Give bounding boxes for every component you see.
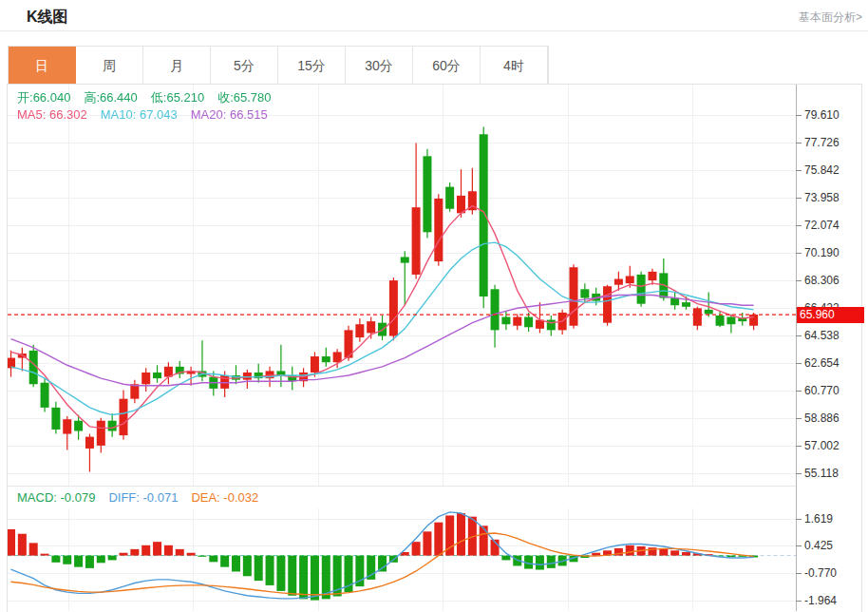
axis-tick-label: 62.654 [804,355,840,371]
ma10-label: MA10: [101,107,137,122]
axis-tick [796,170,802,171]
ma5-label: MA5: [17,107,46,122]
high-value: 66.440 [100,90,138,105]
y-axis-line [796,85,797,611]
tab-30分[interactable]: 30分 [346,47,413,85]
tab-周[interactable]: 周 [76,47,143,85]
axis-tick-label: 72.074 [804,218,840,233]
axis-tick-label: 64.538 [804,328,840,343]
low-label: 低: [151,90,167,105]
axis-tick [796,363,802,364]
axis-tick [796,391,802,392]
tab-4时[interactable]: 4时 [481,47,548,85]
axis-tick [796,280,802,281]
tab-bar: 日周月5分15分30分60分4时 [8,46,549,84]
candlestick-chart[interactable] [8,85,796,486]
page-title: K线图 [27,8,68,28]
ma10-value: 67.043 [140,107,178,122]
axis-tick [796,446,802,447]
ma20-value: 66.515 [230,107,268,122]
axis-tick-label: 77.726 [804,135,840,150]
axis-tick [796,573,802,574]
axis-tick [796,418,802,419]
axis-tick-label: 55.118 [804,466,839,481]
diff-value: -0.071 [143,490,179,505]
dea-label: DEA: [191,490,219,505]
low-value: 65.210 [166,90,204,105]
ohlc-legend: 开:66.040高:66.440低:65.210收:65.780 [17,89,285,106]
axis-tick [796,519,802,520]
axis-tick-label: 60.770 [804,383,840,398]
macd-label: MACD: [17,490,57,505]
panel-divider [8,486,796,487]
axis-tick-label: -0.770 [804,565,837,581]
tab-60分[interactable]: 60分 [413,47,481,85]
axis-tick-label: -1.964 [804,593,837,608]
tab-日[interactable]: 日 [9,47,76,85]
axis-tick [796,335,802,336]
diff-label: DIFF: [108,490,140,505]
open-label: 开: [17,90,33,105]
macd-chart[interactable] [8,508,796,611]
macd-value: -0.079 [61,490,96,505]
macd-legend: MACD: -0.079DIFF: -0.071DEA: -0.032 [17,490,272,505]
axis-tick-label: 0.425 [804,538,833,553]
tab-5分[interactable]: 5分 [211,47,278,85]
axis-tick-label: 58.886 [804,411,840,426]
ma20-label: MA20: [191,107,227,122]
axis-tick [796,601,802,602]
tab-月[interactable]: 月 [143,47,211,85]
dea-value: -0.032 [223,490,258,505]
high-label: 高: [84,90,100,105]
ma5-value: 66.302 [49,107,87,122]
fundamental-analysis-link[interactable]: 基本面分析> [799,10,862,26]
axis-tick-label: 73.958 [804,190,840,205]
axis-tick [796,473,802,474]
axis-tick-label: 70.190 [804,245,840,260]
current-price-tag: 65.960 [797,307,864,323]
axis-tick-label: 68.306 [804,273,840,288]
axis-tick [796,545,802,546]
axis-tick [796,225,802,226]
axis-tick-label: 75.842 [804,163,840,178]
tab-15分[interactable]: 15分 [278,47,346,85]
close-value: 65.780 [234,90,272,105]
axis-tick-label: 79.610 [804,107,840,123]
axis-tick-label: 57.002 [804,438,840,453]
close-label: 收: [217,90,234,105]
open-value: 66.040 [33,90,71,105]
axis-tick [796,198,802,199]
axis-tick-label: 1.619 [804,511,833,526]
axis-tick [796,115,802,116]
axis-tick [796,143,802,143]
chart-widget: 开:66.040高:66.440低:65.210收:65.780 MA5: 66… [7,84,862,612]
axis-tick [796,253,802,254]
header-divider [0,30,868,31]
ma-legend: MA5: 66.302MA10: 67.043MA20: 66.515 [17,107,281,122]
